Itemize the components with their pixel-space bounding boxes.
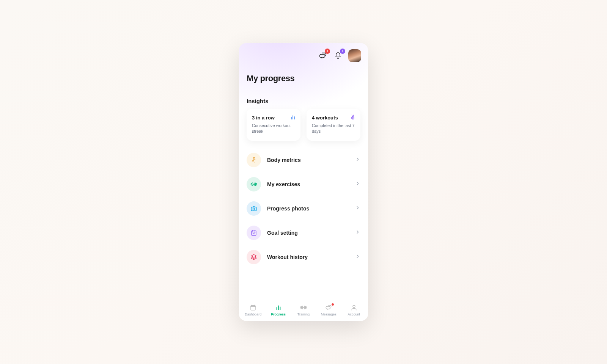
nav-label: Messages [321, 312, 337, 316]
insight-card-workouts[interactable]: 4 workouts Completed in the last 7 days [307, 109, 360, 141]
svg-rect-25 [300, 307, 301, 309]
menu-item-label: Workout history [267, 254, 349, 260]
insight-card-streak[interactable]: 3 in a row Consecutive workout streak [247, 109, 300, 141]
nav-label: Progress [271, 312, 286, 316]
camera-icon [247, 201, 261, 216]
insight-card-title: 3 in a row [252, 115, 295, 121]
avatar[interactable] [348, 49, 361, 62]
svg-point-12 [253, 208, 255, 210]
menu-item-my-exercises[interactable]: My exercises [247, 177, 360, 191]
chevron-right-icon [355, 254, 360, 260]
nav-label: Dashboard [245, 312, 261, 316]
dumbbell-icon [247, 177, 261, 191]
menu-item-label: Progress photos [267, 206, 349, 212]
menu-item-workout-history[interactable]: Workout history [247, 250, 360, 264]
nav-dashboard[interactable]: Dashboard [242, 304, 264, 316]
bar-chart-icon [275, 304, 282, 311]
menu-item-label: My exercises [267, 181, 349, 187]
user-icon [351, 304, 357, 311]
menu-item-label: Goal setting [267, 230, 349, 236]
unread-dot-icon [332, 303, 334, 306]
top-bar: 2 1 [239, 43, 368, 62]
notifications-button[interactable]: 1 [333, 51, 343, 61]
chevron-right-icon [355, 205, 360, 212]
layers-icon [247, 250, 261, 264]
progress-menu: Body metrics My exercises [239, 153, 368, 300]
insight-card-title: 4 workouts [312, 115, 355, 121]
svg-point-4 [352, 118, 354, 119]
dumbbell-icon [300, 304, 307, 311]
walking-icon [247, 153, 261, 167]
nav-label: Account [348, 312, 360, 316]
svg-rect-13 [252, 231, 256, 235]
chevron-right-icon [355, 181, 360, 188]
nav-messages[interactable]: Messages [318, 304, 339, 316]
svg-point-30 [353, 305, 355, 308]
insight-card-subtitle: Consecutive workout streak [252, 123, 295, 135]
menu-item-progress-photos[interactable]: Progress photos [247, 201, 360, 216]
menu-item-body-metrics[interactable]: Body metrics [247, 153, 360, 167]
app-frame: 2 1 My progress Insights 3 in a row Cons… [239, 43, 368, 321]
svg-point-5 [253, 157, 255, 158]
page-title: My progress [239, 62, 368, 83]
svg-rect-6 [251, 184, 252, 185]
svg-point-3 [352, 117, 354, 119]
calendar-icon [250, 304, 256, 311]
calendar-check-icon [247, 226, 261, 240]
nav-account[interactable]: Account [343, 304, 365, 316]
insights-heading: Insights [239, 83, 368, 109]
messages-button[interactable]: 2 [318, 51, 328, 61]
chat-icon [325, 304, 332, 311]
svg-rect-18 [251, 306, 255, 310]
bottom-nav: Dashboard Progress Training [239, 300, 368, 321]
svg-marker-17 [251, 254, 256, 257]
nav-label: Training [297, 312, 310, 316]
medal-icon [350, 114, 356, 122]
insights-cards: 3 in a row Consecutive workout streak 4 … [239, 109, 368, 141]
menu-item-goal-setting[interactable]: Goal setting [247, 226, 360, 240]
nav-progress[interactable]: Progress [268, 304, 289, 316]
messages-badge: 2 [325, 49, 330, 54]
notifications-badge: 1 [340, 49, 345, 54]
insight-card-subtitle: Completed in the last 7 days [312, 123, 355, 135]
menu-item-label: Body metrics [267, 157, 349, 163]
svg-rect-11 [251, 207, 256, 211]
svg-rect-7 [256, 184, 256, 185]
chevron-right-icon [355, 229, 360, 236]
svg-rect-26 [305, 307, 306, 309]
bar-chart-icon [290, 114, 296, 122]
nav-training[interactable]: Training [293, 304, 314, 316]
chevron-right-icon [355, 157, 360, 163]
